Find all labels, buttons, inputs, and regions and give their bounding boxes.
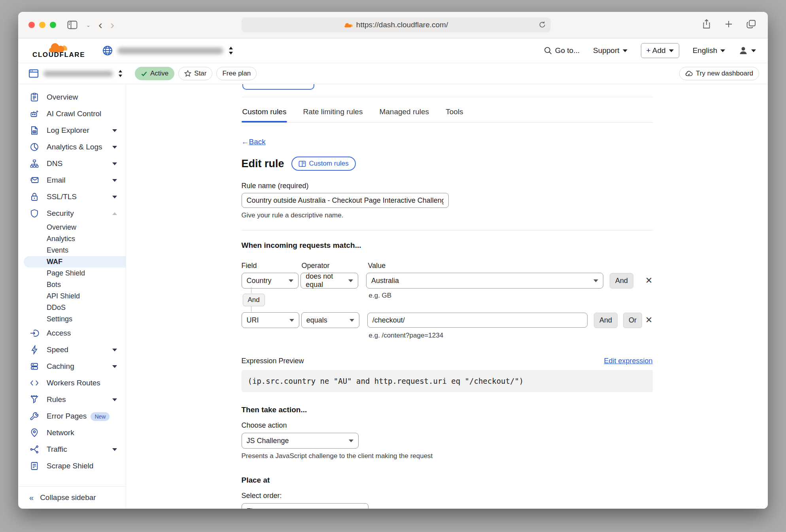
operator-select[interactable]: does not equal: [300, 273, 358, 289]
partially-scrolled-button[interactable]: [242, 84, 314, 90]
chevron-down-icon: [669, 49, 674, 52]
tab-custom-rules[interactable]: Custom rules: [242, 103, 287, 122]
back-arrow-icon: ←: [242, 138, 249, 146]
back-link[interactable]: ←Back: [242, 138, 266, 146]
sidebar-item-label: AI Crawl Control: [47, 109, 117, 118]
support-menu[interactable]: Support: [593, 46, 627, 55]
remove-condition-icon[interactable]: ✕: [645, 275, 652, 286]
sidebar-item-speed[interactable]: Speed: [18, 341, 126, 358]
sidebar-subitem-waf[interactable]: WAF: [24, 256, 126, 268]
log-explorer-icon: [29, 126, 40, 135]
site-bar: Active Star Free plan Try new dashboard: [18, 63, 768, 84]
chevron-down-icon: [349, 440, 353, 442]
sidebar-item-ai-crawl-control[interactable]: AI Crawl Control: [18, 106, 126, 122]
sidebar-item-dns[interactable]: DNS: [18, 155, 126, 172]
dns-icon: [29, 159, 40, 168]
plan-badge[interactable]: Free plan: [216, 67, 257, 80]
value-input[interactable]: [367, 313, 588, 328]
sidebar-item-rules[interactable]: Rules: [18, 391, 126, 408]
tab-managed-rules[interactable]: Managed rules: [378, 103, 430, 122]
book-icon: [299, 160, 306, 167]
field-select[interactable]: URI: [242, 312, 299, 328]
tab-rate-limiting-rules[interactable]: Rate limiting rules: [302, 103, 363, 122]
sidebar-subitem-api-shield[interactable]: API Shield: [18, 291, 126, 302]
sidebar-item-label: Security: [47, 209, 105, 218]
cloudflare-logo-text: CLOUDFLARE: [32, 51, 85, 59]
sidebar-subitem-settings[interactable]: Settings: [18, 313, 126, 325]
operator-select[interactable]: equals: [301, 312, 359, 328]
star-button[interactable]: Star: [178, 67, 212, 80]
traffic-icon: [29, 445, 40, 454]
sidebar-subitem-page-shield[interactable]: Page Shield: [18, 268, 126, 279]
collapse-sidebar-button[interactable]: « Collapse sidebar: [18, 486, 126, 509]
field-select[interactable]: Country: [242, 273, 299, 289]
refresh-icon[interactable]: [538, 21, 546, 30]
go-to-search[interactable]: Go to...: [544, 46, 580, 55]
tab-tools[interactable]: Tools: [445, 103, 464, 122]
sidebar-item-scrape-shield[interactable]: Scrape Shield: [18, 458, 126, 474]
sidebar-item-network[interactable]: Network: [18, 424, 126, 441]
sidebar-subitem-overview[interactable]: Overview: [18, 222, 126, 233]
back-nav-icon[interactable]: ‹: [98, 19, 102, 31]
collapse-icon: «: [29, 493, 34, 502]
sidebar-item-overview[interactable]: Overview: [18, 89, 126, 106]
tab-overview-icon[interactable]: [746, 20, 756, 30]
value-select[interactable]: Australia: [366, 273, 603, 289]
zoom-window-button[interactable]: [50, 22, 56, 28]
action-heading: Then take action...: [242, 406, 653, 414]
custom-rules-badge[interactable]: Custom rules: [291, 157, 356, 171]
edit-expression-link[interactable]: Edit expression: [604, 357, 652, 365]
rule-name-input[interactable]: [242, 193, 449, 208]
chevron-down-icon: [289, 319, 294, 322]
new-tab-icon[interactable]: [724, 20, 733, 30]
account-switcher[interactable]: [102, 45, 234, 56]
sidebar-item-analytics-logs[interactable]: Analytics & Logs: [18, 139, 126, 155]
sidebar-item-traffic[interactable]: Traffic: [18, 441, 126, 458]
sidebar-toggle-icon[interactable]: [67, 21, 77, 29]
remove-condition-icon[interactable]: ✕: [645, 315, 652, 325]
try-new-dashboard-button[interactable]: Try new dashboard: [679, 67, 759, 80]
sidebar-item-error-pages[interactable]: Error PagesNew: [18, 408, 126, 424]
error-pages-icon: [29, 411, 40, 421]
url-bar[interactable]: https://dash.cloudflare.com/: [242, 17, 551, 32]
sidebar-item-security[interactable]: Security: [18, 205, 126, 222]
sidebar-item-label: SSL/TLS: [47, 192, 105, 201]
add-button[interactable]: + Add: [641, 43, 679, 58]
action-select[interactable]: JS Challenge: [242, 433, 359, 449]
field-label: Field: [242, 262, 302, 270]
toolbar-chevron-icon[interactable]: ⌄: [86, 22, 91, 28]
sidebar-item-workers-routes[interactable]: Workers Routes: [18, 375, 126, 391]
sidebar-item-ssl-tls[interactable]: SSL/TLS: [18, 189, 126, 205]
share-icon[interactable]: [702, 19, 711, 31]
sidebar-subitem-analytics[interactable]: Analytics: [18, 233, 126, 245]
sidebar-subitem-bots[interactable]: Bots: [18, 279, 126, 291]
sidebar-subitem-events[interactable]: Events: [18, 245, 126, 256]
sidebar-item-access[interactable]: Access: [18, 325, 126, 341]
minimize-window-button[interactable]: [39, 22, 45, 28]
cloudflare-favicon: [344, 22, 353, 28]
cloudflare-logo[interactable]: CLOUDFLARE: [32, 42, 85, 59]
sidebar-item-label: Network: [47, 428, 117, 437]
and-button[interactable]: And: [610, 273, 633, 289]
order-select[interactable]: First: [242, 503, 368, 509]
expression-preview-label: Expression Preview: [242, 357, 304, 365]
sidebar-subitem-ddos[interactable]: DDoS: [18, 302, 126, 313]
user-menu[interactable]: [739, 46, 756, 55]
zone-switcher[interactable]: [28, 69, 123, 78]
main-content: Custom rulesRate limiting rulesManaged r…: [126, 84, 768, 509]
and-button[interactable]: And: [594, 313, 618, 328]
chevron-down-icon: [112, 398, 117, 401]
sidebar-item-caching[interactable]: Caching: [18, 358, 126, 375]
access-icon: [29, 328, 40, 338]
chevron-down-icon: [112, 448, 117, 451]
forward-nav-icon[interactable]: ›: [110, 19, 114, 31]
account-name-redacted: [117, 47, 223, 54]
ssl-icon: [29, 192, 40, 202]
language-menu[interactable]: English: [693, 46, 725, 55]
and-connector-chip[interactable]: And: [243, 294, 265, 306]
close-window-button[interactable]: [28, 22, 35, 28]
sidebar-item-email[interactable]: Email: [18, 172, 126, 189]
sidebar-item-log-explorer[interactable]: Log Explorer: [18, 122, 126, 139]
chevron-down-icon: [112, 349, 117, 351]
or-button[interactable]: Or: [623, 313, 642, 328]
